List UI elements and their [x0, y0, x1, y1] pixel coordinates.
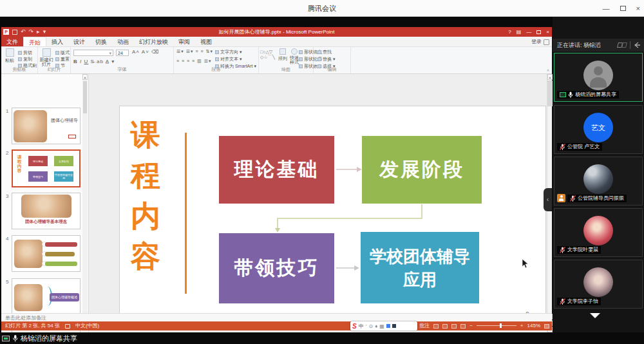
zoom-slider[interactable] [477, 325, 516, 326]
sign-in-button[interactable]: 登录 [531, 37, 549, 47]
close-icon[interactable]: × [636, 5, 640, 12]
ime-skin-icon[interactable] [386, 324, 390, 328]
fit-to-window-icon[interactable] [544, 324, 549, 329]
copy-button[interactable]: 复制 [18, 56, 32, 62]
slide-thumbnail-4[interactable] [12, 235, 80, 272]
ppt-minimize-icon[interactable]: — [526, 29, 531, 35]
slideshow-view-icon[interactable] [460, 324, 466, 329]
font-style-buttons[interactable]: B I U S̶ ab A̲ ▾ [73, 59, 115, 64]
ime-keyboard-icon[interactable]: ▦ [379, 323, 384, 329]
ime-mode-chinese[interactable]: 中 [359, 323, 364, 330]
mic-muted-icon [570, 195, 576, 202]
ime-mic-icon[interactable]: ♦ [375, 323, 377, 329]
layout-label: 版式 [61, 50, 70, 55]
ime-emoji-icon[interactable]: ⊙ [368, 323, 373, 329]
ime-punctuation-icon[interactable]: ’ [366, 323, 367, 329]
tab-file[interactable]: 文件 [1, 37, 23, 46]
speaker-view-icon[interactable] [621, 43, 627, 48]
thumb-number: 5 [6, 279, 8, 285]
group-font: ▾ 24 A˄ A˅ ⌫ B I U S̶ ab A̲ ▾ 字体 [71, 47, 174, 73]
slide-thumbnail-3[interactable]: 团体心理辅导基本理念 [12, 193, 80, 229]
shapes-gallery[interactable]: □○△▽◇☆⌒╲ [260, 50, 277, 60]
reading-view-icon[interactable] [451, 324, 457, 329]
participant-tile[interactable]: 文学院李子怡 [554, 260, 643, 309]
slide-sorter-icon[interactable] [442, 324, 448, 329]
screen-share-icon [560, 92, 566, 97]
comments-toggle[interactable]: 批注 [419, 321, 430, 330]
notes-pane[interactable]: 单击此处添加备注 [1, 313, 552, 321]
tab-view[interactable]: 视图 [195, 37, 217, 46]
text-direction-icon [215, 50, 219, 54]
reset-button[interactable]: 重置 [55, 56, 70, 62]
scroll-participants-down-icon[interactable] [590, 313, 600, 318]
ppt-document-title: 如何开展团体心理辅导.pptx - Microsoft PowerPoint [1, 27, 552, 37]
collapse-ribbon-icon[interactable]: ˄ [547, 68, 549, 73]
language-indicator[interactable]: 中文(中国) [75, 321, 99, 330]
notes-placeholder: 单击此处添加备注 [5, 315, 46, 321]
scrollbar-thumb[interactable] [547, 81, 553, 106]
tab-animations[interactable]: 动画 [112, 37, 134, 46]
paste-button[interactable]: 粘贴 [3, 48, 16, 64]
collapse-panel-icon[interactable] [634, 42, 641, 48]
font-size-select[interactable]: 24 [116, 50, 129, 56]
ime-toolbox-icon[interactable] [392, 324, 396, 328]
ppt-close-icon[interactable]: × [546, 29, 549, 35]
replace-label: 替换 [323, 57, 332, 61]
help-icon[interactable]: ? [508, 29, 511, 35]
participant-tile[interactable]: 杨锦滔的屏幕共享 [554, 53, 643, 102]
scroll-up-icon[interactable]: ▲ [82, 74, 88, 80]
tab-review[interactable]: 审阅 [173, 37, 195, 46]
ime-toolbar[interactable]: S 中 ’ ⊙ ♦ ▦ [350, 321, 417, 330]
align-text-button[interactable]: 对齐文本 ▾ [215, 56, 242, 62]
sogou-logo-icon[interactable]: S [352, 323, 357, 330]
scrollbar-thumb[interactable] [83, 81, 87, 113]
arrange-button[interactable]: 排列 [277, 48, 289, 62]
cut-label: 剪切 [23, 50, 32, 55]
participant-name: 杨锦滔的屏幕共享 [575, 91, 616, 99]
cut-button[interactable]: 剪切 [18, 50, 32, 56]
participant-tile[interactable]: 文学院叶雯晨 [554, 208, 643, 257]
connector-arrows [120, 106, 547, 328]
slide-thumbnail-5[interactable]: 团体心理辅导概述 [12, 278, 80, 315]
slide-thumbnail-2-selected[interactable]: 课程内容 理论基础 发展阶段 带领技巧 学校团体辅导应用 [12, 149, 80, 187]
zoom-in-icon[interactable]: + [520, 321, 524, 330]
restore-icon[interactable] [620, 6, 626, 11]
ppt-restore-icon[interactable] [536, 30, 541, 34]
layout-button[interactable]: 版式 [55, 50, 70, 56]
ppt-statusbar: 幻灯片 第 2 张, 共 54 张 中文(中国) 备注 批注 − + 145% [1, 321, 552, 330]
participant-tile[interactable]: 公管院辅导员闫振振 [554, 157, 643, 205]
avatar-initials: 艺文 [591, 123, 605, 133]
tab-home[interactable]: 开始 [23, 37, 46, 46]
ribbon-options-icon[interactable]: ▤ [516, 29, 522, 35]
tab-insert[interactable]: 插入 [46, 37, 68, 46]
participant-tile[interactable]: 艺文 公管院 卢艺文 [554, 105, 643, 154]
zoom-out-icon[interactable]: − [469, 321, 473, 330]
participant-name: 公管院辅导员闫振振 [578, 195, 624, 202]
align-buttons[interactable]: ≡ ≡ ≡ ≡ ▥ ☰▾ [176, 59, 211, 64]
list-buttons[interactable]: ☰▾ ☰▾ ≡ ≡ ⇅▾ [176, 49, 213, 54]
zoom-slider-handle[interactable] [500, 323, 502, 328]
tab-slideshow[interactable]: 幻灯片放映 [134, 37, 173, 46]
avatar [583, 164, 613, 194]
minimize-icon[interactable]: — [603, 5, 610, 12]
slide-canvas[interactable]: 课 程 内 容 理论基础 发展阶段 带领技巧 学校团体辅导 应用 [119, 106, 546, 327]
sidebar-collapse-handle[interactable]: ‹ [544, 188, 552, 211]
tab-transitions[interactable]: 切换 [90, 37, 112, 46]
arrange-label: 排列 [278, 56, 287, 61]
thumbnail-scrollbar[interactable]: ▲ ▼ [82, 74, 88, 340]
new-slide-icon [43, 48, 51, 57]
slide-counter: 幻灯片 第 2 张, 共 54 张 [5, 321, 60, 330]
participant-name: 文学院叶雯晨 [567, 246, 598, 254]
spellcheck-icon[interactable] [65, 324, 70, 329]
text-direction-button[interactable]: 文字方向 ▾ [215, 49, 242, 55]
find-button[interactable]: 查找 [317, 49, 332, 55]
new-slide-button[interactable]: 新建幻灯片 [39, 48, 54, 66]
replace-button[interactable]: 替换 ▾ [317, 56, 335, 62]
normal-view-icon[interactable] [433, 324, 439, 329]
scroll-up-icon[interactable]: ▲ [547, 74, 553, 80]
font-grow-shrink-buttons[interactable]: A˄ A˅ ⌫ [132, 49, 159, 55]
slide-thumbnail-1[interactable]: 团体心理辅导 ~ [12, 108, 80, 144]
zoom-level[interactable]: 145% [527, 321, 540, 330]
font-name-select[interactable]: ▾ [73, 50, 113, 56]
tab-design[interactable]: 设计 [68, 37, 90, 46]
